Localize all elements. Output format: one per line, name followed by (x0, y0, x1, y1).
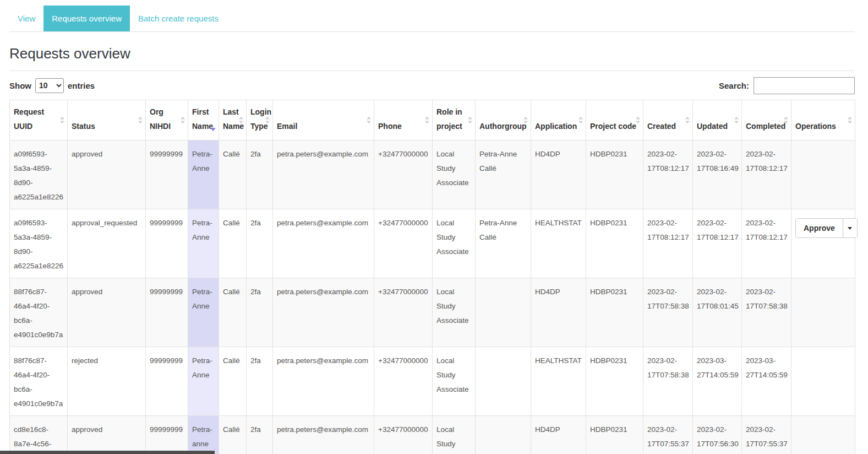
cell-status: rejected (68, 347, 146, 416)
approve-button[interactable]: Approve (796, 219, 843, 237)
column-header-created[interactable]: Created (643, 100, 693, 140)
cell-email: petra.peters@example.com (273, 209, 374, 278)
cell-authorgroup (476, 416, 531, 454)
approve-dropdown-toggle[interactable] (843, 219, 857, 237)
tab-view[interactable]: View (9, 6, 43, 31)
cell-first-name: Petra-anne (188, 416, 219, 454)
page-length-select[interactable]: 10 (35, 78, 64, 93)
search-label: Search: (719, 81, 749, 90)
tab-batch-create-requests[interactable]: Batch create requests (130, 6, 227, 31)
column-header-label: Status (72, 122, 95, 131)
cell-created: 2023-02-17T08:12:17 (643, 209, 693, 278)
cell-updated: 2023-02-17T08:16:49 (693, 140, 742, 209)
table-header-row: Request UUIDStatusOrg NIHDIFirst NameLas… (10, 100, 855, 140)
cell-role-in-project: Local Study Associate (433, 347, 476, 416)
sort-icons (239, 117, 243, 124)
sort-icons (60, 117, 64, 124)
column-header-first-name[interactable]: First Name (188, 100, 219, 140)
cell-org-nihdi: 99999999 (146, 347, 188, 416)
cell-phone: +32477000000 (374, 416, 433, 454)
column-header-label: First Name (192, 107, 213, 131)
column-header-label: Completed (746, 122, 785, 131)
column-header-request-uuid[interactable]: Request UUID (10, 100, 68, 140)
cell-status: approved (68, 416, 146, 454)
column-header-status[interactable]: Status (68, 100, 146, 140)
page-title: Requests overview (9, 44, 855, 63)
cell-authorgroup (476, 278, 531, 347)
sort-desc-icon (239, 121, 243, 124)
entries-label: entries (68, 81, 95, 90)
cell-updated: 2023-03-27T14:05:59 (693, 347, 742, 416)
sort-desc-icon (138, 121, 143, 124)
table-controls: Show 10 entries Search: (9, 77, 855, 94)
column-header-email[interactable]: Email (273, 100, 374, 140)
table-row: 88f76c87-46a4-4f20-bc6a-e4901c0e9b7areje… (10, 347, 855, 416)
table-row: 88f76c87-46a4-4f20-bc6a-e4901c0e9b7aappr… (10, 278, 855, 347)
cell-updated: 2023-02-17T07:56:30 (693, 416, 742, 454)
sort-icons (578, 117, 583, 124)
cell-project-code: HDBP0231 (586, 278, 643, 347)
search-input[interactable] (754, 77, 855, 94)
column-header-label: Project code (590, 122, 636, 131)
column-header-operations[interactable]: Operations (791, 100, 855, 140)
column-header-authorgroup[interactable]: Authorgroup (476, 100, 531, 140)
cell-updated: 2023-02-17T08:01:45 (693, 278, 742, 347)
table-body: a09f6593-5a3a-4859-8d90-a6225a1e8226appr… (10, 140, 855, 454)
cell-email: petra.peters@example.com (273, 278, 374, 347)
column-header-last-name[interactable]: Last Name (219, 100, 247, 140)
sort-desc-icon (848, 121, 852, 124)
cell-application: HD4DP (531, 140, 586, 209)
column-header-label: Created (647, 122, 676, 131)
cell-project-code: HDBP0231 (586, 140, 643, 209)
sort-desc-icon (367, 121, 371, 124)
column-header-completed[interactable]: Completed (742, 100, 791, 140)
sort-asc-icon (784, 117, 788, 120)
requests-overview-page: View Requests overview Batch create requ… (0, 0, 868, 454)
column-header-phone[interactable]: Phone (374, 100, 433, 140)
cell-role-in-project: Local Study Associate (433, 416, 476, 454)
requests-table: Request UUIDStatusOrg NIHDIFirst NameLas… (9, 100, 855, 454)
column-header-label: Application (535, 122, 577, 131)
cell-first-name: Petra-Anne (188, 140, 219, 209)
sort-icons (265, 117, 270, 124)
cell-project-code: HDBP0231 (586, 209, 643, 278)
cell-request-uuid: a09f6593-5a3a-4859-8d90-a6225a1e8226 (10, 140, 68, 209)
cell-created: 2023-02-17T07:55:37 (643, 416, 693, 454)
cell-email: petra.peters@example.com (273, 347, 374, 416)
cell-email: petra.peters@example.com (273, 140, 374, 209)
sort-asc-icon (848, 117, 852, 120)
sort-asc-icon (181, 117, 185, 120)
table-row: a09f6593-5a3a-4859-8d90-a6225a1e8226appr… (10, 209, 855, 278)
approve-split-button: Approve (795, 218, 858, 238)
cell-login-type: 2fa (247, 347, 273, 416)
column-header-role-in-project[interactable]: Role in project (433, 100, 476, 140)
tab-requests-overview[interactable]: Requests overview (43, 6, 130, 31)
cell-first-name: Petra-Anne (188, 278, 219, 347)
column-header-updated[interactable]: Updated (693, 100, 742, 140)
sort-asc-icon (523, 117, 528, 120)
cell-login-type: 2fa (247, 416, 273, 454)
show-label: Show (9, 81, 31, 90)
horizontal-scrollbar-thumb[interactable] (0, 451, 215, 454)
cell-role-in-project: Local Study Associate (433, 209, 476, 278)
sort-icons (784, 117, 788, 124)
column-header-label: Email (277, 122, 297, 131)
cell-phone: +32477000000 (374, 209, 433, 278)
cell-phone: +32477000000 (374, 140, 433, 209)
sort-desc-icon (265, 121, 270, 124)
column-header-project-code[interactable]: Project code (586, 100, 643, 140)
column-header-application[interactable]: Application (531, 100, 586, 140)
sort-desc-icon (523, 121, 528, 124)
cell-last-name: Callé (219, 278, 247, 347)
cell-application: HEALTHSTAT (531, 209, 586, 278)
cell-operations: Approve (791, 209, 855, 278)
column-header-org-nihdi[interactable]: Org NIHDI (146, 100, 188, 140)
table-header: Request UUIDStatusOrg NIHDIFirst NameLas… (10, 100, 855, 140)
column-header-login-type[interactable]: Login Type (247, 100, 273, 140)
column-header-label: Request UUID (14, 107, 44, 131)
sort-icons (367, 117, 371, 124)
sort-desc-icon (468, 121, 472, 124)
sort-asc-icon (636, 117, 640, 120)
cell-org-nihdi: 99999999 (146, 278, 188, 347)
cell-operations (791, 347, 855, 416)
